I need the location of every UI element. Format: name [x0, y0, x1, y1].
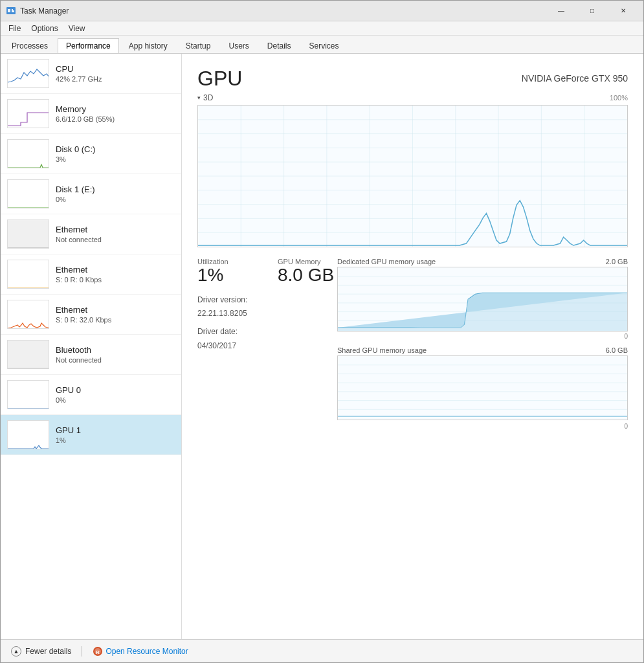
gpu-memory-block: GPU Memory 8.0 GB: [278, 258, 342, 286]
menu-view[interactable]: View: [63, 23, 91, 34]
tab-users[interactable]: Users: [220, 38, 257, 53]
gpu-header: GPU NVIDIA GeForce GTX 950: [197, 67, 628, 91]
open-resource-monitor-link[interactable]: R Open Resource Monitor: [93, 646, 188, 657]
utilization-value: 1%: [197, 265, 262, 286]
footer: ▲ Fewer details R Open Resource Monitor: [1, 639, 643, 662]
shared-label-text: Shared GPU memory usage: [337, 346, 427, 354]
sidebar-item-ethernet2[interactable]: Ethernet S: 0 R: 32.0 Kbps: [1, 295, 181, 335]
dedicated-max-label: 2.0 GB: [606, 258, 628, 265]
titlebar: Task Manager — □ ✕: [1, 1, 643, 21]
utilization-block: Utilization 1%: [197, 258, 262, 286]
dedicated-zero-label: 0: [337, 333, 628, 340]
fewer-details-label: Fewer details: [25, 647, 71, 656]
footer-divider: [82, 646, 82, 657]
disk0-name: Disk 0 (C:): [56, 144, 175, 154]
cpu-info: CPU 42% 2.77 GHz: [56, 64, 175, 83]
disk1-value: 0%: [56, 196, 175, 203]
sidebar-item-memory[interactable]: Memory 6.6/12.0 GB (55%): [1, 94, 181, 134]
disk1-info: Disk 1 (E:) 0%: [56, 185, 175, 203]
shared-max-label: 6.0 GB: [606, 346, 628, 354]
gpu1-thumbnail: [7, 420, 49, 449]
disk0-thumbnail: [7, 139, 49, 168]
svg-rect-2: [12, 10, 14, 12]
dedicated-chart: [337, 267, 628, 332]
ethernet1-value: S: 0 R: 0 Kbps: [56, 276, 175, 284]
dedicated-chart-svg: [338, 267, 627, 331]
memory-value: 6.6/12.0 GB (55%): [56, 115, 175, 123]
svg-rect-1: [8, 9, 10, 12]
memory-info: Memory 6.6/12.0 GB (55%): [56, 104, 175, 123]
memory-thumbnail: [7, 99, 49, 128]
driver-version-label: Driver version:: [197, 293, 327, 308]
window-controls: — □ ✕: [546, 1, 638, 21]
ethernet0-name: Ethernet: [56, 225, 175, 234]
gpu1-value: 1%: [56, 436, 175, 444]
maximize-button[interactable]: □: [577, 1, 607, 21]
close-button[interactable]: ✕: [608, 1, 638, 21]
chevron-up-icon: ▲: [11, 646, 21, 657]
ethernet2-name: Ethernet: [56, 305, 175, 315]
dedicated-label-text: Dedicated GPU memory usage: [337, 258, 436, 265]
sidebar-item-cpu[interactable]: CPU 42% 2.77 GHz: [1, 54, 181, 94]
tab-details[interactable]: Details: [259, 38, 300, 53]
svg-rect-3: [12, 9, 13, 10]
tab-performance[interactable]: Performance: [58, 38, 119, 53]
minimize-button[interactable]: —: [546, 1, 576, 21]
memory-name: Memory: [56, 104, 175, 114]
disk0-value: 3%: [56, 155, 175, 163]
disk1-name: Disk 1 (E:): [56, 185, 175, 194]
ethernet0-thumbnail: [7, 219, 49, 249]
sidebar-item-ethernet1[interactable]: Ethernet S: 0 R: 0 Kbps: [1, 254, 181, 295]
lower-charts: Dedicated GPU memory usage 2.0 GB: [337, 258, 628, 430]
sidebar-item-bluetooth[interactable]: Bluetooth Not connected: [1, 335, 181, 375]
gpu-model: NVIDIA GeForce GTX 950: [522, 73, 628, 84]
cpu-value: 42% 2.77 GHz: [56, 75, 175, 83]
driver-info: Driver version: 22.21.13.8205 Driver dat…: [197, 293, 327, 353]
bluetooth-thumbnail: [7, 340, 49, 369]
open-monitor-label: Open Resource Monitor: [105, 647, 188, 656]
menu-file[interactable]: File: [3, 23, 26, 34]
stats-row: Utilization 1% GPU Memory 8.0 GB: [197, 258, 327, 286]
ethernet0-info: Ethernet Not connected: [56, 225, 175, 243]
dedicated-chart-label: Dedicated GPU memory usage 2.0 GB: [337, 258, 628, 265]
sidebar-item-gpu1[interactable]: GPU 1 1%: [1, 415, 181, 455]
gpu-chart-svg: [198, 106, 627, 247]
task-manager-window: Task Manager — □ ✕ File Options View Pro…: [0, 0, 644, 663]
gpu0-value: 0%: [56, 396, 175, 404]
ethernet2-value: S: 0 R: 32.0 Kbps: [56, 316, 175, 324]
driver-version-value: 22.21.13.8205: [197, 307, 327, 321]
gpu1-name: GPU 1: [56, 425, 175, 435]
monitor-icon: R: [93, 646, 103, 657]
tab-services[interactable]: Services: [301, 38, 348, 53]
gpu1-info: GPU 1 1%: [56, 425, 175, 444]
driver-date-label: Driver date:: [197, 325, 327, 339]
bluetooth-info: Bluetooth Not connected: [56, 345, 175, 364]
main-panel: GPU NVIDIA GeForce GTX 950 ▾ 3D 100%: [182, 54, 643, 639]
gpu0-thumbnail: [7, 380, 49, 409]
gpu0-name: GPU 0: [56, 385, 175, 395]
menu-options[interactable]: Options: [26, 23, 63, 34]
sidebar-item-disk0[interactable]: Disk 0 (C:) 3%: [1, 134, 181, 174]
tab-app-history[interactable]: App history: [120, 38, 176, 53]
tab-processes[interactable]: Processes: [3, 38, 56, 53]
disk1-thumbnail: [7, 179, 49, 208]
section-3d-label: ▾ 3D 100%: [197, 93, 628, 102]
percent-max-label: 100%: [610, 94, 628, 102]
sidebar-item-ethernet0[interactable]: Ethernet Not connected: [1, 214, 181, 254]
gpu-title: GPU: [197, 67, 242, 91]
ethernet1-info: Ethernet S: 0 R: 0 Kbps: [56, 265, 175, 284]
sidebar-item-disk1[interactable]: Disk 1 (E:) 0%: [1, 174, 181, 214]
sidebar-item-gpu0[interactable]: GPU 0 0%: [1, 375, 181, 415]
ethernet1-thumbnail: [7, 260, 49, 289]
tab-startup[interactable]: Startup: [177, 38, 219, 53]
gpu-main-chart: [197, 105, 628, 247]
lower-row: Utilization 1% GPU Memory 8.0 GB Driver …: [197, 258, 628, 430]
cpu-thumbnail: [7, 59, 49, 88]
shared-chart: [337, 355, 628, 420]
menubar: File Options View: [1, 21, 643, 36]
bluetooth-value: Not connected: [56, 356, 175, 364]
content-area: CPU 42% 2.77 GHz Memory 6.6/12.0 GB (55%…: [1, 54, 643, 639]
taskmanager-icon: [6, 6, 16, 16]
fewer-details-button[interactable]: ▲ Fewer details: [11, 646, 71, 657]
shared-chart-wrap: Shared GPU memory usage 6.0 GB: [337, 346, 628, 430]
